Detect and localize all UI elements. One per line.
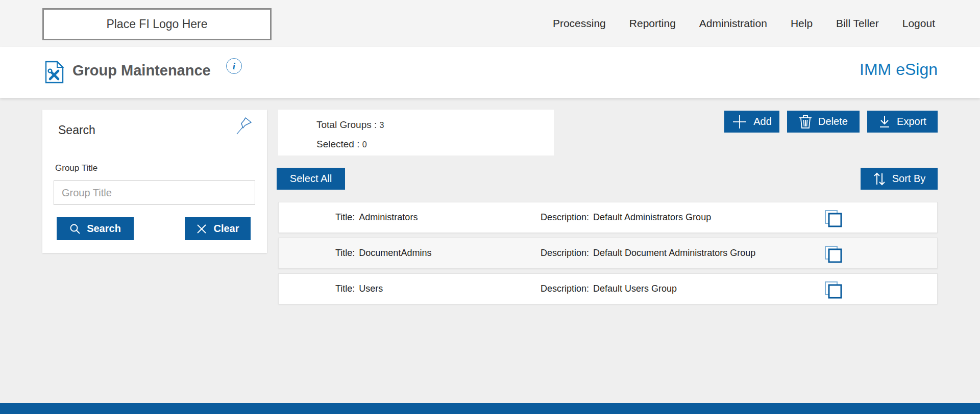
export-button-label: Export bbox=[897, 116, 926, 127]
search-button[interactable]: Search bbox=[57, 217, 134, 240]
description-value: Default Users Group bbox=[593, 283, 677, 294]
title-label: Title: bbox=[335, 283, 355, 294]
product-brand: IMM eSign bbox=[860, 60, 938, 79]
description-label: Description: bbox=[541, 283, 589, 294]
nav-item-logout[interactable]: Logout bbox=[902, 17, 935, 30]
main-nav: Processing Reporting Administration Help… bbox=[553, 0, 935, 47]
selected-value: 0 bbox=[362, 140, 367, 149]
delete-button[interactable]: Delete bbox=[787, 111, 860, 133]
nav-item-help[interactable]: Help bbox=[791, 17, 813, 30]
description-value: Default Document Administrators Group bbox=[593, 248, 755, 258]
total-groups-label: Total Groups : bbox=[316, 119, 380, 130]
group-actions: Add Delete Export bbox=[724, 111, 938, 133]
top-bar: Place FI Logo Here Processing Reporting … bbox=[0, 0, 980, 47]
selected-line: Selected : 0 bbox=[316, 139, 367, 150]
group-row-administrators[interactable]: Title:Administrators Description:Default… bbox=[278, 202, 938, 233]
footer-bar bbox=[0, 403, 980, 414]
title-value: Users bbox=[359, 283, 383, 294]
page-title: Group Maintenance bbox=[72, 62, 211, 79]
group-title-input[interactable] bbox=[54, 180, 255, 205]
fi-logo-placeholder: Place FI Logo Here bbox=[42, 8, 272, 40]
copy-icon[interactable] bbox=[824, 209, 843, 229]
row-title: Title:Administrators bbox=[335, 212, 418, 223]
row-title: Title:Users bbox=[335, 283, 383, 294]
summary-box: Total Groups : 3 Selected : 0 bbox=[278, 110, 554, 156]
title-label: Title: bbox=[335, 212, 355, 222]
title-value: Administrators bbox=[359, 212, 418, 222]
description-value: Default Administrators Group bbox=[593, 212, 711, 222]
pin-icon[interactable] bbox=[235, 116, 253, 138]
copy-icon[interactable] bbox=[824, 245, 843, 265]
fi-logo-text: Place FI Logo Here bbox=[106, 17, 207, 31]
description-label: Description: bbox=[541, 212, 589, 222]
search-panel-title: Search bbox=[58, 123, 95, 137]
delete-button-label: Delete bbox=[818, 116, 848, 127]
nav-item-reporting[interactable]: Reporting bbox=[629, 17, 676, 30]
group-row-documentadmins[interactable]: Title:DocumentAdmins Description:Default… bbox=[278, 238, 938, 269]
title-label: Title: bbox=[335, 248, 355, 258]
row-description: Description:Default Users Group bbox=[541, 283, 677, 294]
copy-icon[interactable] bbox=[824, 280, 843, 301]
nav-item-processing[interactable]: Processing bbox=[553, 17, 606, 30]
row-description: Description:Default Administrators Group bbox=[541, 212, 711, 223]
row-title: Title:DocumentAdmins bbox=[335, 248, 431, 258]
group-row-users[interactable]: Title:Users Description:Default Users Gr… bbox=[278, 273, 938, 304]
page-header: Group Maintenance i IMM eSign bbox=[0, 47, 980, 98]
search-panel: Search Group Title Search Clear bbox=[42, 110, 267, 253]
add-button[interactable]: Add bbox=[724, 111, 779, 133]
clear-button[interactable]: Clear bbox=[185, 217, 251, 240]
search-button-label: Search bbox=[87, 223, 121, 235]
title-value: DocumentAdmins bbox=[359, 248, 431, 258]
group-maintenance-doc-tools-icon bbox=[45, 61, 64, 86]
nav-item-user-bill-teller[interactable]: Bill Teller bbox=[836, 17, 879, 30]
row-description: Description:Default Document Administrat… bbox=[541, 248, 755, 258]
select-all-button-label: Select All bbox=[290, 173, 332, 185]
selected-label: Selected : bbox=[316, 139, 362, 149]
sort-by-button-label: Sort By bbox=[892, 173, 926, 185]
add-button-label: Add bbox=[753, 116, 772, 127]
clear-button-label: Clear bbox=[213, 223, 239, 235]
group-list: Title:Administrators Description:Default… bbox=[278, 202, 938, 309]
select-all-button[interactable]: Select All bbox=[277, 168, 345, 190]
nav-item-administration[interactable]: Administration bbox=[699, 17, 767, 30]
info-icon[interactable]: i bbox=[226, 58, 242, 74]
description-label: Description: bbox=[541, 248, 589, 258]
sort-by-button[interactable]: Sort By bbox=[861, 168, 938, 190]
export-button[interactable]: Export bbox=[867, 111, 938, 133]
total-groups-value: 3 bbox=[380, 121, 384, 130]
total-groups-line: Total Groups : 3 bbox=[316, 119, 384, 131]
group-title-label: Group Title bbox=[55, 163, 97, 173]
